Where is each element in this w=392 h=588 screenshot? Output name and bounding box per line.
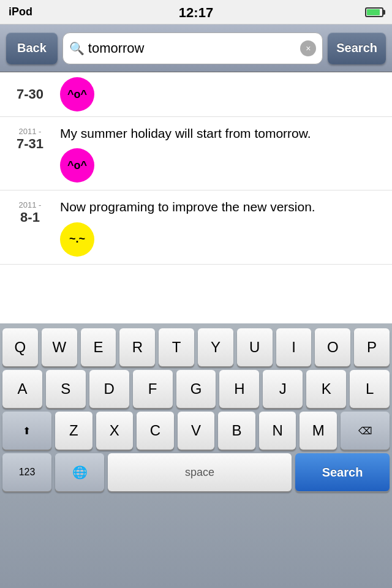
backspace-key[interactable]: ⌫ xyxy=(341,412,390,450)
entry-emoji-partial: ^o^ xyxy=(60,77,94,111)
key-s[interactable]: S xyxy=(46,370,86,408)
key-n[interactable]: N xyxy=(259,412,296,450)
key-h[interactable]: H xyxy=(219,370,259,408)
keyboard: Q W E R T Y U I O P A S D F G H J K L ⬆ … xyxy=(0,323,392,588)
key-p[interactable]: P xyxy=(354,328,390,366)
entry-text-2: Now programing to improve the new versio… xyxy=(60,198,383,216)
key-u[interactable]: U xyxy=(237,328,273,366)
entry-day-2: 8-1 xyxy=(9,209,51,225)
key-v[interactable]: V xyxy=(178,412,215,450)
search-input[interactable] xyxy=(88,40,296,56)
key-l[interactable]: L xyxy=(350,370,390,408)
search-icon: 🔍 xyxy=(69,41,85,56)
keyboard-row-1: Q W E R T Y U I O P xyxy=(2,328,390,366)
key-e[interactable]: E xyxy=(81,328,116,366)
entry-text-1: My summer holiday will start from tomorr… xyxy=(60,124,383,142)
list-item: 7-30 ^o^ xyxy=(0,72,392,117)
numbers-key[interactable]: 123 xyxy=(2,453,51,491)
space-key[interactable]: space xyxy=(108,453,292,491)
key-w[interactable]: W xyxy=(42,328,77,366)
key-g[interactable]: G xyxy=(176,370,216,408)
key-d[interactable]: D xyxy=(89,370,129,408)
key-f[interactable]: F xyxy=(133,370,173,408)
globe-key[interactable]: 🌐 xyxy=(55,453,104,491)
entry-day-1: 7-31 xyxy=(9,136,51,152)
keyboard-row-3: ⬆ Z X C V B N M ⌫ xyxy=(2,412,390,450)
entry-body-2: Now programing to improve the new versio… xyxy=(60,198,383,256)
key-b[interactable]: B xyxy=(218,412,255,450)
key-z[interactable]: Z xyxy=(55,412,92,450)
status-bar: iPod 12:17 xyxy=(0,0,392,24)
key-r[interactable]: R xyxy=(119,328,155,366)
key-x[interactable]: X xyxy=(96,412,134,450)
key-k[interactable]: K xyxy=(306,370,346,408)
status-time-label: 12:17 xyxy=(179,5,213,21)
key-o[interactable]: O xyxy=(315,328,350,366)
search-input-container: 🔍 × xyxy=(62,32,323,64)
shift-key[interactable]: ⬆ xyxy=(2,412,51,450)
entry-body-1: My summer holiday will start from tomorr… xyxy=(60,124,383,183)
back-button[interactable]: Back xyxy=(6,32,58,64)
keyboard-row-2: A S D F G H J K L xyxy=(2,370,390,408)
search-button[interactable]: Search xyxy=(328,32,386,64)
clear-button[interactable]: × xyxy=(300,40,316,56)
entry-date-2: 2011 - 8-1 xyxy=(9,198,51,225)
entry-year-2: 2011 - xyxy=(9,200,51,209)
entry-date-1: 2011 - 7-31 xyxy=(9,124,51,152)
entry-emoji-2: ~.~ xyxy=(60,222,94,257)
key-y[interactable]: Y xyxy=(198,328,233,366)
list-item: 2011 - 8-1 Now programing to improve the… xyxy=(0,190,392,264)
entry-emoji-1: ^o^ xyxy=(60,148,94,183)
battery-fill xyxy=(367,9,380,15)
entry-date-partial: 7-30 xyxy=(9,86,51,102)
nav-bar: Back 🔍 × Search xyxy=(0,24,392,72)
key-q[interactable]: Q xyxy=(2,328,38,366)
key-j[interactable]: J xyxy=(263,370,303,408)
key-m[interactable]: M xyxy=(300,412,337,450)
keyboard-row-4: 123 🌐 space Search xyxy=(2,453,390,491)
list-item: 2011 - 7-31 My summer holiday will start… xyxy=(0,117,392,190)
battery-icon xyxy=(365,7,383,17)
search-key[interactable]: Search xyxy=(295,453,390,491)
key-t[interactable]: T xyxy=(159,328,194,366)
status-device-label: iPod xyxy=(9,6,32,18)
key-a[interactable]: A xyxy=(2,370,42,408)
key-i[interactable]: I xyxy=(276,328,312,366)
key-c[interactable]: C xyxy=(137,412,174,450)
content-area: 7-30 ^o^ 2011 - 7-31 My summer holiday w… xyxy=(0,72,392,323)
entry-year-1: 2011 - xyxy=(9,127,51,136)
status-battery xyxy=(365,7,383,17)
